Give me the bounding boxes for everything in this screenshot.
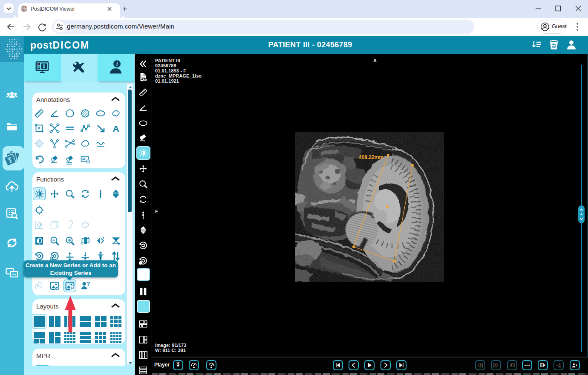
svg-text:A: A — [112, 124, 119, 133]
svg-text:408.22mm: 408.22mm — [359, 154, 383, 160]
svg-text:?: ? — [86, 281, 90, 287]
svg-text:i: i — [116, 61, 118, 67]
